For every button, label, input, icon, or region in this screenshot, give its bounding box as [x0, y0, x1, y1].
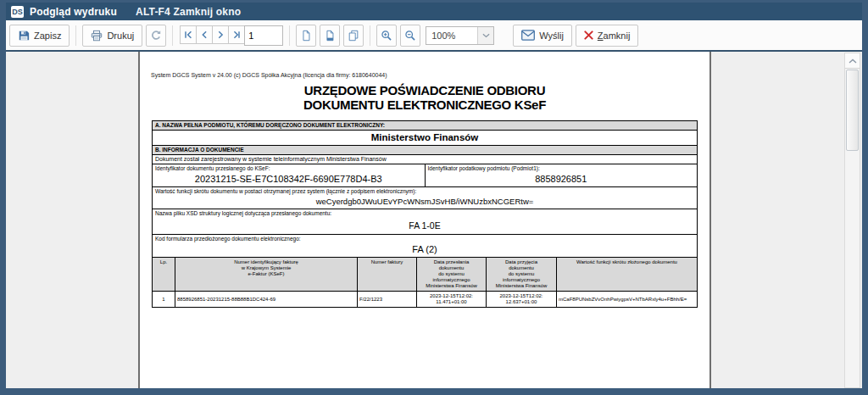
zoom-in-button[interactable]: [376, 25, 397, 47]
zoom-out-icon: [404, 30, 416, 42]
col-header-accepted-date: Data przyjęcia dokumentu do systemu info…: [487, 258, 557, 292]
chevron-up-icon: [849, 58, 857, 64]
page-number-input[interactable]: [244, 25, 283, 46]
col-header-invoice-number: Numer faktury: [358, 258, 417, 292]
system-info-line: System DGCS System v 24.00 (c) DGCS Spół…: [151, 72, 698, 78]
upo-main-table: A. NAZWA PEŁNA PODMIOTU, KTÓREMU DORĘCZO…: [152, 120, 698, 258]
single-page-icon: [300, 30, 312, 42]
cell-ksef-number: 8858926851-20231215-88B88B1DC424-69: [175, 292, 358, 308]
vertical-scrollbar[interactable]: [844, 53, 860, 388]
refresh-button[interactable]: [146, 25, 166, 47]
first-page-icon: [183, 30, 193, 40]
zoom-dropdown-button[interactable]: [477, 27, 493, 44]
section-a-header: A. NAZWA PEŁNA PODMIOTU, KTÓREMU DORĘCZO…: [153, 121, 698, 131]
print-button[interactable]: Drukuj: [82, 25, 142, 47]
window-title: Podgląd wydruku: [30, 6, 117, 18]
toolbar-separator: [289, 25, 290, 46]
form-code-value: FA (2): [153, 243, 697, 257]
multiple-pages-icon: [348, 30, 359, 42]
ksef-doc-id-label: Identyfikator dokumentu przesłanego do K…: [153, 164, 425, 173]
send-button-label: Wyślij: [539, 31, 564, 41]
first-page-button[interactable]: [180, 25, 197, 44]
tax-id-cell: Identyfikator podatkowy podmiotu (Podmio…: [425, 164, 698, 187]
envelope-icon: [521, 30, 535, 41]
toolbar-separator: [75, 25, 76, 46]
zoom-in-icon: [381, 30, 392, 42]
xsd-value: FA 1-0E: [153, 218, 697, 234]
doc-hash-label: Wartość funkcji skrótu dokumentu w posta…: [153, 187, 697, 196]
invoice-table-header-row: Lp. Numer identyfikujący fakturę w Krajo…: [153, 258, 698, 292]
zoom-level-select[interactable]: 100%: [426, 26, 494, 45]
save-button[interactable]: Zapisz: [9, 25, 70, 47]
zoom-out-button[interactable]: [400, 25, 420, 47]
toolbar-separator: [172, 25, 173, 46]
previous-page-button[interactable]: [196, 25, 213, 44]
print-button-label: Drukuj: [107, 31, 134, 41]
app-logo-icon: DS: [11, 6, 24, 18]
xsd-cell: Nazwa pliku XSD struktury logicznej doty…: [153, 209, 698, 235]
multiple-pages-view-button[interactable]: [343, 25, 364, 47]
col-header-hash: Wartość funkcji skrótu złożonego dokumen…: [557, 258, 698, 292]
cell-accepted-date: 2023-12-15T12:02: 12.637+01:00: [487, 292, 557, 308]
zoom-level-value: 100%: [426, 31, 477, 41]
document-title-line2: DOKUMENTU ELEKTRONICZNEGO KSeF: [151, 98, 698, 113]
last-page-icon: [231, 30, 242, 40]
save-button-label: Zapisz: [34, 31, 61, 41]
next-page-button[interactable]: [212, 25, 229, 44]
xsd-label: Nazwa pliku XSD struktury logicznej doty…: [153, 209, 697, 218]
form-code-label: Kod formularza przedłożonego dokumentu e…: [153, 235, 697, 243]
print-icon: [91, 30, 103, 42]
window-hotkey-hint: ALT-F4 Zamknij okno: [136, 6, 241, 18]
cell-hash: mCaF8PUNsbZVvOnhPwiygpsV+NTbARxly4u+FBhh…: [557, 292, 698, 308]
toolbar: Zapisz Drukuj: [6, 20, 862, 52]
scrollbar-thumb[interactable]: [846, 70, 859, 151]
col-header-ksef-number: Numer identyfikujący fakturę w Krajowym …: [175, 258, 358, 292]
cell-sent-date: 2023-12-15T12:02: 11.471+01:00: [417, 292, 487, 308]
single-page-view-button[interactable]: [296, 25, 316, 47]
preview-area: System DGCS System v 24.00 (c) DGCS Spół…: [6, 52, 862, 388]
cell-lp: 1: [153, 292, 175, 308]
scroll-up-button[interactable]: [845, 53, 860, 69]
fit-page-width-button[interactable]: [320, 25, 340, 47]
previous-page-icon: [199, 30, 209, 40]
document-page: System DGCS System v 24.00 (c) DGCS Spół…: [138, 52, 711, 388]
form-code-cell: Kod formularza przedłożonego dokumentu e…: [153, 235, 698, 258]
doc-hash-value: weCyerdgb0JWuUEvYPcWNsmJSvHB/iWNUzbxNCGE…: [153, 196, 697, 209]
invoice-table-row: 1 8858926851-20231215-88B88B1DC424-69 F/…: [153, 292, 698, 308]
registered-info: Dokument został zarejestrowany w systemi…: [153, 155, 698, 164]
close-button-label: Zamknij: [598, 31, 631, 41]
print-preview-window: DS Podgląd wydruku ALT-F4 Zamknij okno Z…: [0, 0, 868, 395]
chevron-down-icon: [482, 33, 490, 38]
page-navigation-group: [181, 25, 283, 46]
toolbar-separator: [370, 25, 370, 46]
document-title: URZĘDOWE POŚWIADCZENIE ODBIORU DOKUMENTU…: [151, 84, 698, 112]
close-x-icon: [584, 31, 593, 40]
close-button[interactable]: Zamknij: [576, 25, 639, 47]
tax-id-label: Identyfikator podatkowy podmiotu (Podmio…: [426, 164, 698, 173]
doc-hash-cell: Wartość funkcji skrótu dokumentu w posta…: [153, 187, 698, 209]
col-header-lp: Lp.: [153, 258, 175, 292]
save-icon: [18, 30, 30, 42]
ksef-doc-id-cell: Identyfikator dokumentu przesłanego do K…: [153, 164, 426, 187]
ksef-doc-id-value: 20231215-SE-E7C108342F-6690E778D4-B3: [153, 173, 425, 186]
fit-page-width-icon: [324, 30, 336, 42]
last-page-button[interactable]: [228, 25, 245, 44]
refresh-icon: [150, 30, 162, 42]
document-title-line1: URZĘDOWE POŚWIADCZENIE ODBIORU: [151, 84, 698, 98]
next-page-icon: [215, 30, 225, 40]
tax-id-value: 8858926851: [426, 173, 698, 186]
invoice-table: Lp. Numer identyfikujący fakturę w Krajo…: [152, 257, 698, 308]
send-button[interactable]: Wyślij: [513, 25, 572, 47]
section-b-header: B. INFORMACJA O DOKUMENCIE: [153, 146, 698, 155]
title-bar: DS Podgląd wydruku ALT-F4 Zamknij okno: [6, 3, 862, 20]
cell-invoice-number: F/22/1223: [358, 292, 417, 308]
recipient-name: Ministerstwo Finansów: [153, 131, 698, 146]
col-header-sent-date: Data przesłania dokumentu do systemu inf…: [417, 258, 487, 292]
